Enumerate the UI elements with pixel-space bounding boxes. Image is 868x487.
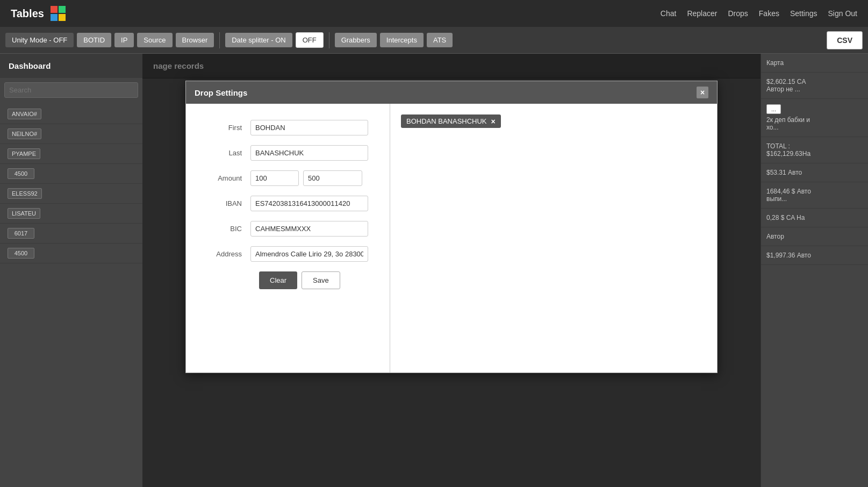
right-panel-label: $53.31 Авто	[766, 169, 863, 176]
address-input[interactable]	[250, 246, 368, 262]
amount-input-2[interactable]	[303, 170, 362, 186]
logo-green	[59, 6, 66, 13]
sidebar-item[interactable]: 4500	[0, 244, 142, 263]
last-label: Last	[207, 149, 250, 157]
right-panel-item[interactable]: Карта	[761, 54, 868, 73]
last-name-row: Last	[207, 145, 368, 161]
first-input[interactable]	[250, 120, 368, 135]
modal-title: Drop Settings	[195, 88, 247, 97]
sidebar-tag: ANVAIO#	[8, 109, 41, 119]
amount-row: Amount	[207, 170, 368, 186]
first-label: First	[207, 124, 250, 132]
botid-button[interactable]: BOTID	[77, 33, 111, 47]
sidebar-item[interactable]: ELESS92	[0, 184, 142, 204]
right-panel-label: 2к деп бабки ихо...	[766, 116, 863, 131]
sidebar-item[interactable]: NEILNO#	[0, 124, 142, 144]
right-panel-label: Карта	[766, 59, 863, 67]
right-panel-label: $1,997.36 Авто	[766, 252, 863, 259]
selected-name-remove-button[interactable]: ×	[491, 118, 496, 125]
sidebar-item[interactable]: 6017	[0, 224, 142, 244]
modal-body: First Last Amount	[186, 104, 717, 373]
search-input[interactable]	[4, 82, 138, 98]
sidebar-tag: ELESS92	[8, 188, 42, 199]
sidebar-tag: 4500	[8, 248, 34, 259]
bic-row: BIC	[207, 221, 368, 237]
right-panel: Карта $2,602.15 CAАвтор не ... ... 2к де…	[761, 54, 868, 487]
logo-icon	[51, 6, 66, 21]
logo-blue	[51, 14, 58, 21]
sidebar-item[interactable]: LISATEU	[0, 204, 142, 224]
right-panel-label: $2,602.15 CAАвтор не ...	[766, 78, 863, 93]
right-item-button[interactable]: ...	[766, 104, 781, 114]
nav-drops[interactable]: Drops	[728, 9, 748, 18]
sidebar-items: ANVAIO# NEILNO# PYAMPE 4500 ELESS92 LISA…	[0, 102, 142, 266]
first-name-row: First	[207, 120, 368, 135]
bic-input[interactable]	[250, 221, 368, 237]
top-nav: Tables Chat Replacer Drops Fakes Setting…	[0, 0, 868, 27]
save-button[interactable]: Save	[302, 271, 340, 289]
clear-button[interactable]: Clear	[259, 271, 297, 289]
content-area: nage records Drop Settings × First Last	[142, 54, 761, 487]
toolbar: Unity Mode - OFF BOTID IP Source Browser…	[0, 27, 868, 54]
nav-signout[interactable]: Sign Out	[828, 9, 857, 18]
nav-fakes[interactable]: Fakes	[759, 9, 779, 18]
right-panel-item[interactable]: $53.31 Авто	[761, 163, 868, 182]
right-panel-label: Автор	[766, 233, 863, 240]
sidebar-tag: PYAMPE	[8, 148, 40, 159]
right-panel-item[interactable]: TOTAL :$162,129.63На	[761, 137, 868, 163]
intercepts-button[interactable]: Intercepts	[380, 33, 424, 47]
right-panel-item[interactable]: $2,602.15 CAАвтор не ...	[761, 73, 868, 99]
iban-label: IBAN	[207, 199, 250, 207]
nav-settings[interactable]: Settings	[790, 9, 817, 18]
right-panel-item[interactable]: ... 2к деп бабки ихо...	[761, 99, 868, 137]
toolbar-separator	[219, 32, 220, 48]
selected-name-badge: BOHDAN BANASHCHUK ×	[401, 114, 501, 128]
sidebar: Dashboard ANVAIO# NEILNO# PYAMPE 4500 EL…	[0, 54, 142, 487]
right-panel-item[interactable]: Автор	[761, 227, 868, 246]
amount-input-1[interactable]	[250, 170, 299, 186]
ats-button[interactable]: ATS	[427, 33, 453, 47]
nav-replacer[interactable]: Replacer	[687, 9, 717, 18]
sidebar-tag: 6017	[8, 228, 34, 239]
iban-input[interactable]	[250, 196, 368, 211]
sidebar-tag: LISATEU	[8, 208, 40, 219]
right-panel-label: TOTAL :$162,129.63На	[766, 142, 863, 157]
amount-label: Amount	[207, 174, 250, 182]
off-button[interactable]: OFF	[296, 32, 324, 48]
sidebar-item[interactable]: 4500	[0, 164, 142, 184]
address-label: Address	[207, 250, 250, 258]
logo-yellow	[59, 14, 66, 21]
main-layout: Dashboard ANVAIO# NEILNO# PYAMPE 4500 EL…	[0, 54, 868, 487]
right-panel-label: 0,28 $ CA На	[766, 214, 863, 221]
unity-mode-button[interactable]: Unity Mode - OFF	[5, 33, 74, 47]
sidebar-item[interactable]: ANVAIO#	[0, 104, 142, 124]
selected-name-tag: BOHDAN BANASHCHUK ×	[401, 114, 706, 128]
iban-row: IBAN	[207, 196, 368, 211]
right-panel-item[interactable]: 1684,46 $ Автовыпи...	[761, 182, 868, 209]
modal-right-panel: BOHDAN BANASHCHUK ×	[390, 104, 717, 373]
toolbar-separator2	[329, 32, 329, 48]
bic-label: BIC	[207, 225, 250, 233]
modal-header: Drop Settings ×	[186, 81, 717, 104]
last-input[interactable]	[250, 145, 368, 161]
selected-name-text: BOHDAN BANASHCHUK	[406, 117, 487, 125]
sidebar-search-container	[0, 78, 142, 102]
nav-chat[interactable]: Chat	[661, 9, 677, 18]
grabbers-button[interactable]: Grabbers	[335, 33, 377, 47]
right-panel-item[interactable]: $1,997.36 Авто	[761, 246, 868, 265]
browser-button[interactable]: Browser	[176, 33, 214, 47]
source-button[interactable]: Source	[137, 33, 172, 47]
sidebar-header: Dashboard	[0, 54, 142, 78]
right-panel-item[interactable]: 0,28 $ CA На	[761, 209, 868, 227]
sidebar-item[interactable]: PYAMPE	[0, 144, 142, 164]
top-nav-links: Chat Replacer Drops Fakes Settings Sign …	[661, 9, 857, 18]
logo-red	[51, 6, 58, 13]
modal-close-button[interactable]: ×	[697, 87, 708, 98]
app-title: Tables	[11, 8, 44, 20]
csv-button[interactable]: CSV	[827, 31, 863, 49]
date-splitter-button[interactable]: Date splitter - ON	[225, 33, 292, 47]
top-nav-left: Tables	[11, 6, 66, 21]
address-row: Address	[207, 246, 368, 262]
drop-settings-modal: Drop Settings × First Last Amount	[185, 81, 718, 373]
ip-button[interactable]: IP	[114, 33, 134, 47]
